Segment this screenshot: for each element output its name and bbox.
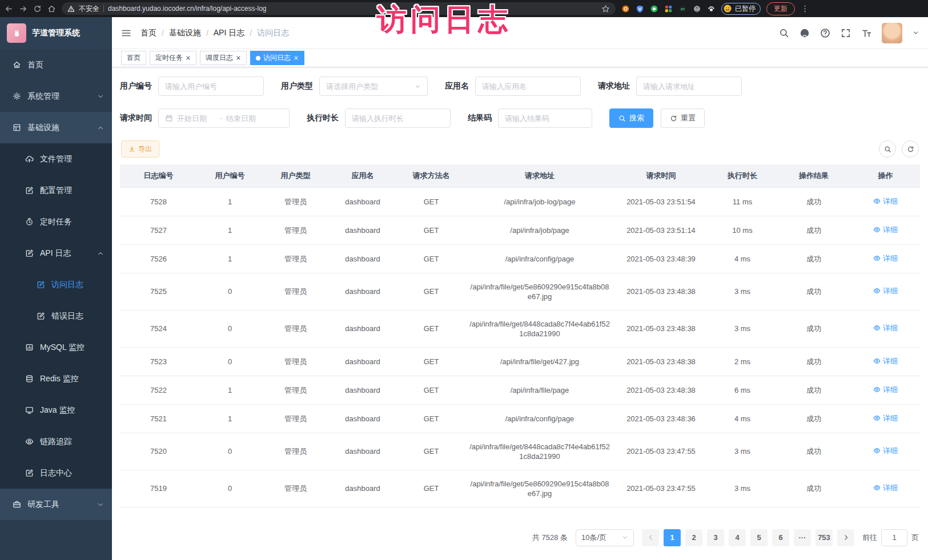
fullscreen-icon[interactable]	[841, 28, 851, 38]
sidebar-item-3[interactable]: 文件管理	[0, 143, 112, 175]
page-button-3[interactable]: 3	[707, 529, 724, 546]
close-icon[interactable]	[186, 55, 191, 61]
detail-link[interactable]: 详细	[873, 286, 898, 296]
breadcrumb-item[interactable]: API 日志	[214, 28, 244, 38]
close-icon[interactable]	[294, 55, 299, 61]
page-button-753[interactable]: 753	[815, 529, 833, 546]
detail-link[interactable]: 详细	[873, 446, 898, 456]
search-icon[interactable]	[779, 28, 789, 38]
result-code-input[interactable]	[505, 114, 585, 123]
app-logo[interactable]: 芋道管理系统	[0, 17, 112, 49]
date-range-picker[interactable]: -	[158, 108, 290, 128]
detail-link[interactable]: 详细	[873, 356, 898, 366]
refresh-table-button[interactable]	[902, 140, 919, 158]
detail-link[interactable]: 详细	[873, 323, 898, 333]
filter-request-url: 请求地址	[598, 76, 742, 96]
detail-link[interactable]: 详细	[873, 483, 898, 493]
table-cell: 7527	[120, 216, 197, 244]
table-cell: 3 ms	[708, 310, 777, 347]
tag-item[interactable]: 访问日志	[250, 51, 304, 65]
table-cell: GET	[397, 216, 465, 244]
reset-button[interactable]: 重置	[661, 108, 705, 128]
reload-icon[interactable]	[33, 5, 42, 13]
ubuntu-orange-icon[interactable]	[621, 5, 630, 13]
page-button-1[interactable]: 1	[664, 529, 681, 546]
search-icon	[618, 115, 626, 122]
request-url-input[interactable]	[643, 82, 735, 91]
apps-grid-icon[interactable]	[664, 5, 673, 13]
detail-link[interactable]: 详细	[873, 225, 898, 235]
detail-link[interactable]: 详细	[873, 385, 898, 394]
detail-link[interactable]: 详细	[873, 196, 898, 206]
sidebar-item-7[interactable]: 访问日志	[0, 269, 112, 300]
tag-item[interactable]: 首页	[121, 51, 146, 65]
next-page-button[interactable]	[837, 529, 854, 546]
detail-link[interactable]: 详细	[873, 413, 898, 423]
sidebar-item-10[interactable]: Redis 监控	[0, 363, 112, 394]
sidebar-item-11[interactable]: Java 监控	[0, 394, 112, 426]
user-avatar[interactable]	[882, 23, 902, 43]
page-button-2[interactable]: 2	[685, 529, 702, 546]
bookmark-star-icon[interactable]	[601, 5, 610, 13]
sidebar-item-0[interactable]: 首页	[0, 49, 112, 80]
goto-page-input[interactable]	[881, 529, 907, 546]
sidebar-item-5[interactable]: 定时任务	[0, 206, 112, 237]
tag-item[interactable]: 定时任务	[150, 51, 196, 65]
sidebar-item-8[interactable]: 错误日志	[0, 300, 112, 332]
end-date-input[interactable]	[226, 114, 265, 123]
tag-item[interactable]: 调度日志	[200, 51, 247, 65]
app-name-input[interactable]	[482, 82, 574, 91]
search-button[interactable]: 搜索	[609, 108, 653, 128]
export-button[interactable]: 导出	[121, 140, 159, 158]
chevron-down-icon[interactable]	[913, 30, 919, 36]
table-cell: 2021-05-03 23:48:38	[614, 376, 708, 404]
android-badge-icon[interactable]: an	[678, 5, 687, 13]
font-size-icon[interactable]	[861, 28, 871, 38]
pager-more-button[interactable]: ···	[794, 529, 811, 546]
user-type-select[interactable]	[319, 76, 428, 96]
toggle-search-button[interactable]	[879, 140, 896, 158]
help-icon[interactable]	[820, 28, 830, 38]
user-id-input[interactable]	[165, 82, 257, 91]
sidebar-item-4[interactable]: 配置管理	[0, 175, 112, 206]
paw-extension-icon[interactable]	[707, 5, 716, 13]
table-cell: /api/infra/file/get/5e8609290e915c4fa8b0…	[465, 273, 614, 310]
table-cell: 0	[197, 470, 263, 507]
forward-icon[interactable]	[19, 5, 27, 13]
page-size-select[interactable]: 10条/页	[576, 529, 634, 546]
back-icon[interactable]	[5, 5, 13, 13]
sidebar-item-9[interactable]: MySQL 监控	[0, 332, 112, 363]
chrome-update-button[interactable]: 更新	[766, 2, 795, 15]
breadcrumb-item[interactable]: 首页	[140, 28, 156, 38]
field-label: 应用名	[445, 81, 469, 91]
breadcrumb-item[interactable]: 基础设施	[169, 28, 201, 38]
close-icon[interactable]	[236, 55, 241, 61]
sidebar-item-12[interactable]: 链路追踪	[0, 426, 112, 457]
green-circle-extension-icon[interactable]	[650, 5, 658, 13]
table-cell: 管理员	[263, 273, 328, 310]
sidebar-item-1[interactable]: 系统管理	[0, 80, 112, 112]
start-date-input[interactable]	[177, 114, 216, 123]
github-icon[interactable]	[800, 28, 810, 38]
table-cell: 管理员	[263, 376, 328, 404]
browser-home-icon[interactable]	[47, 5, 56, 13]
duration-input[interactable]	[352, 114, 444, 123]
page-button-6[interactable]: 6	[772, 529, 789, 546]
table-cell: /api/infra/file/get/5e8609290e915c4fa8b0…	[465, 470, 614, 507]
sidebar-item-13[interactable]: 日志中心	[0, 457, 112, 489]
sidebar-item-2[interactable]: 基础设施	[0, 112, 112, 143]
address-bar[interactable]: 不安全 dashboard.yudao.iocoder.cn/infra/log…	[62, 2, 616, 15]
hamburger-icon[interactable]	[121, 28, 131, 38]
edit-icon	[25, 469, 34, 477]
table-row: 75250管理员dashboardGET/api/infra/file/get/…	[120, 273, 920, 310]
shield-extension-icon[interactable]	[636, 5, 644, 13]
prev-page-button[interactable]	[642, 529, 659, 546]
page-button-5[interactable]: 5	[750, 529, 768, 546]
browser-menu-kebab-icon[interactable]	[801, 5, 809, 13]
sidebar-item-6[interactable]: API 日志	[0, 237, 112, 269]
sidebar-item-14[interactable]: 研发工具	[0, 489, 112, 520]
gray-extension-icon[interactable]	[693, 5, 701, 13]
page-button-4[interactable]: 4	[729, 529, 746, 546]
profile-paused-badge[interactable]: 已暂停	[721, 3, 761, 15]
detail-link[interactable]: 详细	[873, 253, 898, 263]
